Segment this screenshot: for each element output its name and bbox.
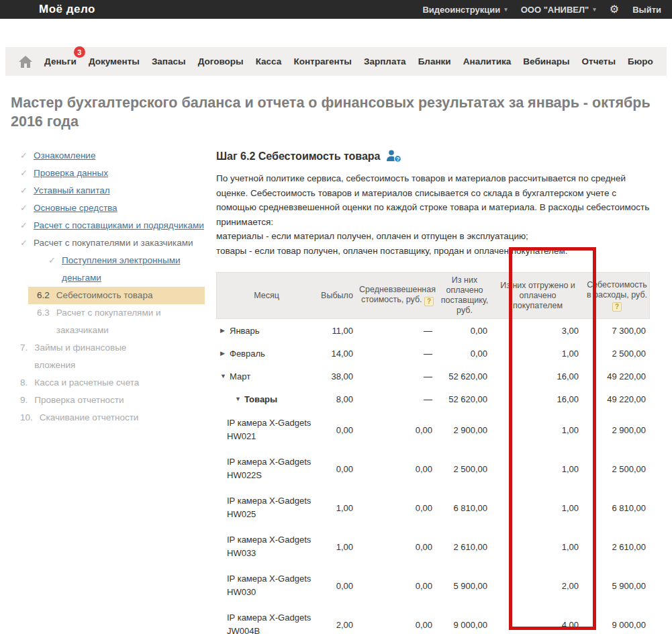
value-cell: 0,00 bbox=[357, 620, 436, 630]
value-cell: 16,00 bbox=[491, 394, 583, 404]
step-number: 8. bbox=[20, 374, 28, 392]
product-name-line1: IP камера X-Gadgets bbox=[227, 457, 311, 467]
collapse-arrow-icon[interactable]: ▼ bbox=[235, 396, 244, 402]
sidebar-step[interactable]: ✓Уставный капитал bbox=[0, 182, 216, 199]
value-cell: 9 000,00 bbox=[436, 620, 491, 630]
product-name: IP камера X-GadgetsHW030 bbox=[227, 572, 311, 599]
column-header-label: Из них оплачено поставщику, руб. bbox=[441, 275, 489, 315]
product-name-line2: HW033 bbox=[227, 547, 311, 560]
value-cell: 1,00 bbox=[491, 349, 583, 359]
row-name-cell: IP камера X-GadgetsHW030 bbox=[216, 572, 316, 599]
sidebar-step-label: Расчет с покупателями и заказчиками bbox=[56, 304, 187, 339]
value-cell: 0,00 bbox=[316, 581, 357, 591]
value-cell: 2,00 bbox=[316, 620, 357, 630]
consultant-help-icon[interactable]: ? bbox=[386, 150, 402, 163]
sidebar-step-label: Проверка отчетности bbox=[34, 392, 124, 409]
value-cell: 52 620,00 bbox=[436, 371, 491, 381]
product-name-line1: IP камера X-Gadgets bbox=[227, 535, 311, 545]
nav-tab-10[interactable]: Отчеты bbox=[582, 56, 616, 66]
product-name-line2: HW021 bbox=[227, 430, 311, 443]
expand-arrow-icon[interactable]: ▶ bbox=[220, 350, 230, 357]
row-name-cell: IP камера X-GadgetsHW025 bbox=[216, 494, 316, 521]
value-cell: 16,00 bbox=[491, 371, 583, 381]
nav-tab-4[interactable]: Касса bbox=[256, 56, 282, 66]
sidebar-step-label: Себестоимость товара bbox=[56, 287, 153, 304]
value-cell: 49 220,00 bbox=[583, 394, 650, 404]
value-cell: 2 610,00 bbox=[583, 542, 650, 552]
sidebar-step[interactable]: ✓Расчет с поставщиками и подрядчиками bbox=[0, 217, 216, 234]
nav-tab-6[interactable]: Зарплата bbox=[364, 56, 406, 66]
product-name: IP камера X-GadgetsHW021 bbox=[227, 416, 311, 443]
sidebar-step-link[interactable]: Проверка данных bbox=[34, 165, 108, 182]
sidebar-step-link[interactable]: Основные средства bbox=[34, 199, 117, 217]
step-number: 6.3 bbox=[37, 304, 50, 322]
product-name: IP камера X-GadgetsHW033 bbox=[227, 533, 311, 560]
sidebar-step-link[interactable]: Уставный капитал bbox=[34, 182, 110, 199]
value-cell: 0,00 bbox=[357, 425, 436, 435]
sidebar-step: 6.3Расчет с покупателями и заказчиками bbox=[0, 304, 216, 339]
step-number: 7. bbox=[20, 339, 28, 357]
nav-tab-0[interactable]: Деньги3 bbox=[44, 56, 77, 66]
sidebar-step-link[interactable]: Расчет с поставщиками и подрядчиками bbox=[34, 217, 204, 234]
value-cell: 1,00 bbox=[491, 425, 583, 435]
value-cell: 2 500,00 bbox=[436, 464, 491, 474]
gear-icon[interactable]: ⚙ bbox=[610, 4, 619, 15]
sidebar-step-current[interactable]: 6.2Себестоимость товара bbox=[28, 287, 205, 304]
table-row: IP камера X-GadgetsHW022S0,000,002 500,0… bbox=[216, 449, 650, 488]
table-row: IP камера X-GadgetsJW004B2,000,009 000,0… bbox=[216, 605, 650, 634]
content: ✓Ознакомление✓Проверка данных✓Уставный к… bbox=[0, 146, 672, 634]
collapse-arrow-icon[interactable]: ▼ bbox=[220, 373, 230, 379]
value-cell: — bbox=[357, 371, 436, 381]
nav-tab-5[interactable]: Контрагенты bbox=[293, 56, 351, 66]
nav-tab-7[interactable]: Бланки bbox=[418, 56, 451, 66]
row-label: Январь bbox=[230, 326, 260, 336]
step-number: 10. bbox=[20, 409, 33, 426]
column-header: Из них оплачено поставщику, руб. bbox=[437, 273, 492, 318]
nav-tab-3[interactable]: Договоры bbox=[198, 56, 244, 66]
nav-tab-2[interactable]: Запасы bbox=[152, 56, 186, 66]
step-heading: Шаг 6.2 Себестоимость товара bbox=[216, 150, 381, 163]
nav-tab-11[interactable]: Бюро bbox=[628, 56, 653, 66]
sidebar-step-link[interactable]: Поступления электронными деньгами bbox=[62, 252, 216, 287]
sidebar-step[interactable]: ✓Проверка данных bbox=[0, 165, 216, 182]
nav-tab-9[interactable]: Вебинары bbox=[523, 56, 569, 66]
sidebar-step: 8.Касса и расчетные счета bbox=[0, 374, 216, 392]
sidebar-step-link[interactable]: Ознакомление bbox=[34, 147, 95, 165]
nav-tab-8[interactable]: Аналитика bbox=[463, 56, 511, 66]
nav-tab-1[interactable]: Документы bbox=[89, 56, 140, 66]
company-menu[interactable]: ООО "АНИВЕЛ" ▾ bbox=[521, 5, 596, 15]
app-logo[interactable]: Моё дело bbox=[39, 3, 95, 16]
value-cell: 0,00 bbox=[436, 326, 491, 336]
product-name-line2: HW030 bbox=[227, 586, 311, 599]
value-cell: 6 810,00 bbox=[583, 503, 650, 513]
help-icon[interactable]: ? bbox=[612, 302, 622, 312]
sidebar-step[interactable]: ✓Основные средства bbox=[0, 199, 216, 217]
expand-arrow-icon[interactable]: ▶ bbox=[220, 327, 230, 334]
column-header-label: Месяц bbox=[254, 291, 279, 300]
help-icon[interactable]: ? bbox=[424, 297, 434, 306]
sidebar-step-label: Скачивание отчетности bbox=[40, 409, 139, 426]
product-name: IP камера X-GadgetsHW025 bbox=[227, 494, 311, 521]
column-header: Месяц bbox=[217, 288, 316, 304]
value-cell: 0,00 bbox=[357, 581, 436, 591]
value-cell: 2 500,00 bbox=[583, 464, 650, 474]
sidebar-step[interactable]: ✓Поступления электронными деньгами bbox=[0, 252, 216, 287]
product-name-line1: IP камера X-Gadgets bbox=[227, 574, 311, 584]
logout-link[interactable]: Выйти bbox=[632, 5, 661, 15]
page-title: Мастер бухгалтерского баланса и отчета о… bbox=[11, 93, 652, 131]
column-header: Из них отгружено и оплачено покупателем bbox=[492, 278, 583, 314]
value-cell: 3,00 bbox=[491, 326, 583, 336]
column-header: Средневзвешенная стоимость, руб. ? bbox=[358, 282, 437, 309]
sidebar-step[interactable]: ✓Ознакомление bbox=[0, 147, 216, 165]
check-icon: ✓ bbox=[20, 234, 34, 252]
value-cell: 9 000,00 bbox=[583, 620, 650, 630]
step-description: По учетной политике сервиса, себестоимос… bbox=[216, 171, 654, 258]
table-row: IP камера X-GadgetsHW0300,000,005 900,00… bbox=[216, 566, 650, 605]
value-cell: — bbox=[357, 394, 436, 404]
sidebar-step-label: Касса и расчетные счета bbox=[34, 374, 139, 392]
row-name-cell: ▶Январь bbox=[216, 326, 316, 336]
home-icon[interactable] bbox=[19, 56, 32, 68]
value-cell: 7 300,00 bbox=[583, 326, 650, 336]
video-instructions-menu[interactable]: Видеоинструкции ▾ bbox=[422, 5, 507, 15]
row-name-cell: IP камера X-GadgetsHW033 bbox=[216, 533, 316, 560]
